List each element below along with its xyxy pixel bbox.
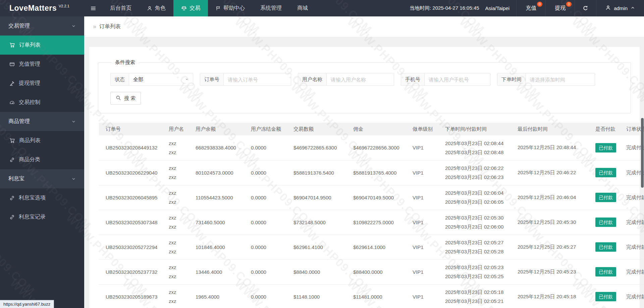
cell-order-time: 2025年03月23日 02:06:222025年03月23日 02:06:23 bbox=[442, 160, 514, 185]
table-row: UB2503230205307348zxzzxz731460.50000.000… bbox=[99, 210, 644, 235]
cell-level: VIP1 bbox=[409, 160, 442, 185]
orders-table-wrap: 订单号用户名用户余额用户冻结金额交易数额佣金做单级别下单时间/付款时间最后付款时… bbox=[99, 123, 644, 308]
user-icon bbox=[605, 5, 611, 10]
cell-username: zxzzxz bbox=[165, 284, 192, 308]
sidebar-group-interest[interactable]: 利息宝 bbox=[0, 169, 84, 188]
cell-balance: 1965.4000 bbox=[192, 284, 248, 308]
cell-balance: 6682938338.4000 bbox=[192, 135, 248, 160]
card-icon bbox=[9, 62, 15, 67]
col-header-4: 交易数额 bbox=[290, 123, 350, 135]
cell-order-time-line: 2025年03月23日 02:05:27 bbox=[445, 238, 511, 247]
cell-order-status: 完成付款 bbox=[623, 210, 644, 235]
app-logo[interactable]: LoveMatters V2.2.1 bbox=[0, 0, 84, 16]
nav-item-label: 角色 bbox=[155, 5, 166, 12]
sidebar-item-goods-list[interactable]: 商品列表 bbox=[0, 131, 84, 150]
quick-withdraw[interactable]: 提现0 bbox=[545, 0, 575, 16]
quick-label: 充值 bbox=[526, 5, 536, 12]
cell-username: zxzzxz bbox=[165, 160, 192, 185]
cell-username-line: zxz bbox=[169, 222, 189, 231]
cell-frozen: 0.0000 bbox=[248, 185, 290, 210]
cell-order-no: UB2503230206045895 bbox=[99, 185, 165, 210]
cell-order-time-line: 2025年03月23日 02:05:18 bbox=[445, 288, 511, 297]
col-header-3: 用户冻结金额 bbox=[248, 123, 290, 135]
cell-level: VIP1 bbox=[409, 185, 442, 210]
sidebar-item-goods-category[interactable]: 商品分类 bbox=[0, 150, 84, 169]
search-button-label: 搜 索 bbox=[124, 95, 136, 102]
nav-item-system[interactable]: 系统管理 bbox=[253, 0, 289, 16]
sidebar-item-interest-records[interactable]: 利息宝记录 bbox=[0, 207, 84, 227]
cell-order-no: UB2503230206229040 bbox=[99, 160, 165, 185]
nav-item-mall[interactable]: 商城 bbox=[289, 0, 316, 16]
cell-amount: $588191376.5400 bbox=[290, 160, 350, 185]
cell-level: VIP1 bbox=[409, 259, 442, 284]
search-legend: 条件搜索 bbox=[112, 59, 139, 66]
table-row: UB2503230205272294zxzzxz101846.40000.000… bbox=[99, 235, 644, 259]
hamburger-icon bbox=[90, 5, 96, 11]
gavel-icon bbox=[9, 81, 15, 86]
order-no-input[interactable] bbox=[224, 73, 291, 85]
cell-order-no: UB2503230208449132 bbox=[99, 135, 165, 160]
sidebar-item-withdraw-mgmt[interactable]: 提现管理 bbox=[0, 74, 84, 93]
user-name-input[interactable] bbox=[327, 73, 394, 85]
cell-order-status: 完成付款 bbox=[623, 185, 644, 210]
filter-label: 手机号 bbox=[401, 73, 425, 85]
sidebar-item-trade-control[interactable]: 交易控制 bbox=[0, 93, 84, 112]
nav-item-trade[interactable]: 交易 bbox=[173, 0, 208, 16]
order-time-input[interactable] bbox=[526, 73, 595, 85]
cell-amount: $1148.1000 bbox=[290, 284, 350, 308]
nav-item-help-center[interactable]: 帮助中心 bbox=[208, 0, 253, 16]
quick-recharge[interactable]: 充值0 bbox=[516, 0, 545, 16]
col-header-2: 用户余额 bbox=[192, 123, 248, 135]
cell-username-line: zxz bbox=[169, 148, 189, 157]
filter-label: 订单号 bbox=[200, 73, 224, 85]
refresh-button[interactable] bbox=[575, 0, 596, 16]
filter-order-no: 订单号 bbox=[200, 73, 291, 86]
cell-level: VIP1 bbox=[409, 284, 442, 308]
refresh-icon bbox=[583, 5, 588, 11]
sidebar-group-trade-mgmt[interactable]: 交易管理 bbox=[0, 16, 84, 36]
nav-item-dashboard[interactable]: 后台首页 bbox=[102, 0, 139, 16]
cell-username: zxzzxz bbox=[165, 259, 192, 284]
search-button[interactable]: 搜 索 bbox=[110, 92, 141, 105]
cell-username-line: zxz bbox=[169, 238, 189, 247]
paid-badge: 已付款 bbox=[595, 143, 616, 152]
vertical-scrollbar[interactable] bbox=[641, 118, 644, 188]
cell-username-line: zxz bbox=[169, 188, 189, 197]
cell-username: zxzzxz bbox=[165, 185, 192, 210]
cell-username-line: zxz bbox=[169, 288, 189, 297]
cell-username-line: zxz bbox=[169, 173, 189, 182]
user-menu[interactable]: admin bbox=[596, 0, 644, 16]
sidebar-toggle-button[interactable] bbox=[84, 0, 102, 16]
sidebar-item-interest-options[interactable]: 利息宝选项 bbox=[0, 188, 84, 207]
paid-badge: 已付款 bbox=[595, 193, 616, 202]
sidebar-group-goods-mgmt[interactable]: 商品管理 bbox=[0, 112, 84, 131]
nav-item-label: 后台首页 bbox=[110, 5, 131, 12]
cell-order-status: 完成付款 bbox=[623, 259, 644, 284]
cell-frozen: 0.0000 bbox=[248, 135, 290, 160]
cell-last-pay-time: 2025年12月25日 20:48:44 bbox=[514, 135, 592, 160]
nav-item-roles[interactable]: 角色 bbox=[139, 0, 173, 16]
cell-paid: 已付款 bbox=[592, 235, 623, 259]
sidebar-item-label: 订单列表 bbox=[19, 42, 41, 49]
sidebar-item-order-list[interactable]: 订单列表 bbox=[0, 36, 84, 55]
cell-commission: $109822275.0000 bbox=[350, 210, 409, 235]
main-content: » 订单列表 条件搜索 状态全部订单号用户名称手机号下单时间 搜 索 订单号用户… bbox=[84, 16, 644, 308]
cell-username-line: zxz bbox=[169, 272, 189, 281]
cell-last-pay-time: 2025年12月25日 20:46:04 bbox=[514, 185, 592, 210]
cell-order-time: 2025年03月23日 02:05:182025年03月23日 02:05:21 bbox=[442, 284, 514, 308]
content-card: 条件搜索 状态全部订单号用户名称手机号下单时间 搜 索 订单号用户名用户余额用户… bbox=[89, 47, 640, 308]
status-select[interactable]: 全部 bbox=[129, 73, 193, 85]
app-title: LoveMatters bbox=[9, 4, 57, 13]
cell-order-no: UB2503230205307348 bbox=[99, 210, 165, 235]
cell-balance: 110554423.5000 bbox=[192, 185, 248, 210]
link-icon bbox=[9, 195, 15, 201]
breadcrumb-separator: » bbox=[93, 23, 96, 30]
flag-icon bbox=[216, 6, 221, 11]
cell-username-line: zxz bbox=[169, 213, 189, 222]
sidebar-item-recharge-mgmt[interactable]: 充值管理 bbox=[0, 55, 84, 74]
cell-level: VIP1 bbox=[409, 135, 442, 160]
breadcrumb-current: 订单列表 bbox=[99, 23, 121, 30]
filter-label: 状态 bbox=[111, 73, 129, 85]
cell-frozen: 0.0000 bbox=[248, 235, 290, 259]
phone-input[interactable] bbox=[425, 73, 490, 85]
